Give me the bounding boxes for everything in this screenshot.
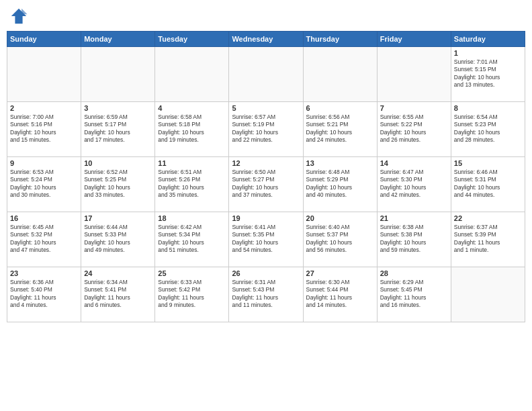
calendar-cell: [7, 47, 81, 102]
day-number: 2: [10, 104, 78, 112]
logo-icon: [9, 7, 28, 26]
calendar-cell: 3Sunrise: 6:59 AM Sunset: 5:17 PM Daylig…: [81, 102, 155, 157]
day-number: 3: [84, 104, 152, 112]
calendar-cell: 2Sunrise: 7:00 AM Sunset: 5:16 PM Daylig…: [7, 102, 81, 157]
day-info: Sunrise: 6:30 AM Sunset: 5:44 PM Dayligh…: [306, 279, 374, 310]
calendar-week-5: 23Sunrise: 6:36 AM Sunset: 5:40 PM Dayli…: [7, 267, 525, 322]
calendar-cell: 26Sunrise: 6:31 AM Sunset: 5:43 PM Dayli…: [229, 267, 303, 322]
weekday-header-monday: Monday: [81, 32, 155, 47]
calendar-cell: [81, 47, 155, 102]
day-info: Sunrise: 6:47 AM Sunset: 5:30 PM Dayligh…: [380, 169, 448, 199]
calendar-cell: 6Sunrise: 6:56 AM Sunset: 5:21 PM Daylig…: [303, 102, 377, 157]
weekday-row: SundayMondayTuesdayWednesdayThursdayFrid…: [7, 32, 525, 47]
calendar-cell: 19Sunrise: 6:41 AM Sunset: 5:35 PM Dayli…: [229, 212, 303, 267]
calendar-cell: 8Sunrise: 6:54 AM Sunset: 5:23 PM Daylig…: [451, 102, 525, 157]
day-info: Sunrise: 6:29 AM Sunset: 5:45 PM Dayligh…: [380, 279, 448, 310]
calendar-cell: 1Sunrise: 7:01 AM Sunset: 5:15 PM Daylig…: [451, 47, 525, 102]
day-number: 4: [158, 104, 226, 112]
calendar-cell: 7Sunrise: 6:55 AM Sunset: 5:22 PM Daylig…: [377, 102, 451, 157]
day-info: Sunrise: 6:42 AM Sunset: 5:34 PM Dayligh…: [158, 224, 226, 255]
day-number: 23: [10, 269, 78, 277]
calendar-cell: 5Sunrise: 6:57 AM Sunset: 5:19 PM Daylig…: [229, 102, 303, 157]
calendar-body: 1Sunrise: 7:01 AM Sunset: 5:15 PM Daylig…: [7, 47, 525, 322]
calendar-cell: 15Sunrise: 6:46 AM Sunset: 5:31 PM Dayli…: [451, 157, 525, 212]
day-number: 6: [306, 104, 374, 112]
calendar-cell: 4Sunrise: 6:58 AM Sunset: 5:18 PM Daylig…: [155, 102, 229, 157]
day-info: Sunrise: 6:46 AM Sunset: 5:31 PM Dayligh…: [454, 169, 522, 199]
calendar-cell: 13Sunrise: 6:48 AM Sunset: 5:29 PM Dayli…: [303, 157, 377, 212]
calendar-cell: 12Sunrise: 6:50 AM Sunset: 5:27 PM Dayli…: [229, 157, 303, 212]
day-number: 22: [454, 214, 522, 222]
day-number: 27: [306, 269, 374, 277]
day-number: 15: [454, 159, 522, 167]
day-info: Sunrise: 6:37 AM Sunset: 5:39 PM Dayligh…: [454, 224, 522, 255]
day-number: 21: [380, 214, 448, 222]
day-info: Sunrise: 7:00 AM Sunset: 5:16 PM Dayligh…: [10, 113, 78, 144]
day-number: 16: [10, 214, 78, 222]
weekday-header-wednesday: Wednesday: [229, 32, 303, 47]
day-info: Sunrise: 6:34 AM Sunset: 5:41 PM Dayligh…: [84, 279, 152, 310]
day-info: Sunrise: 6:45 AM Sunset: 5:32 PM Dayligh…: [10, 224, 78, 255]
day-info: Sunrise: 7:01 AM Sunset: 5:15 PM Dayligh…: [454, 58, 522, 89]
day-info: Sunrise: 6:54 AM Sunset: 5:23 PM Dayligh…: [454, 113, 522, 144]
logo: [9, 7, 31, 26]
day-info: Sunrise: 6:59 AM Sunset: 5:17 PM Dayligh…: [84, 113, 152, 144]
calendar-week-3: 9Sunrise: 6:53 AM Sunset: 5:24 PM Daylig…: [7, 157, 525, 212]
day-number: 8: [454, 104, 522, 112]
calendar-cell: 28Sunrise: 6:29 AM Sunset: 5:45 PM Dayli…: [377, 267, 451, 322]
calendar-cell: 10Sunrise: 6:52 AM Sunset: 5:25 PM Dayli…: [81, 157, 155, 212]
day-number: 17: [84, 214, 152, 222]
day-info: Sunrise: 6:36 AM Sunset: 5:40 PM Dayligh…: [10, 279, 78, 310]
day-info: Sunrise: 6:38 AM Sunset: 5:38 PM Dayligh…: [380, 224, 448, 255]
calendar-week-4: 16Sunrise: 6:45 AM Sunset: 5:32 PM Dayli…: [7, 212, 525, 267]
calendar-table: SundayMondayTuesdayWednesdayThursdayFrid…: [7, 31, 525, 322]
day-info: Sunrise: 6:31 AM Sunset: 5:43 PM Dayligh…: [232, 279, 300, 310]
calendar-header: SundayMondayTuesdayWednesdayThursdayFrid…: [7, 32, 525, 47]
day-info: Sunrise: 6:53 AM Sunset: 5:24 PM Dayligh…: [10, 169, 78, 199]
calendar-cell: 11Sunrise: 6:51 AM Sunset: 5:26 PM Dayli…: [155, 157, 229, 212]
page: SundayMondayTuesdayWednesdayThursdayFrid…: [0, 0, 532, 411]
header: [7, 7, 525, 26]
day-number: 7: [380, 104, 448, 112]
weekday-header-saturday: Saturday: [451, 32, 525, 47]
day-info: Sunrise: 6:44 AM Sunset: 5:33 PM Dayligh…: [84, 224, 152, 255]
calendar-cell: [451, 267, 525, 322]
day-info: Sunrise: 6:51 AM Sunset: 5:26 PM Dayligh…: [158, 169, 226, 199]
calendar-cell: 17Sunrise: 6:44 AM Sunset: 5:33 PM Dayli…: [81, 212, 155, 267]
calendar-week-2: 2Sunrise: 7:00 AM Sunset: 5:16 PM Daylig…: [7, 102, 525, 157]
day-number: 13: [306, 159, 374, 167]
calendar-cell: 27Sunrise: 6:30 AM Sunset: 5:44 PM Dayli…: [303, 267, 377, 322]
day-info: Sunrise: 6:41 AM Sunset: 5:35 PM Dayligh…: [232, 224, 300, 255]
day-number: 24: [84, 269, 152, 277]
calendar-cell: [303, 47, 377, 102]
weekday-header-sunday: Sunday: [7, 32, 81, 47]
calendar-cell: 9Sunrise: 6:53 AM Sunset: 5:24 PM Daylig…: [7, 157, 81, 212]
calendar-week-1: 1Sunrise: 7:01 AM Sunset: 5:15 PM Daylig…: [7, 47, 525, 102]
day-number: 25: [158, 269, 226, 277]
day-number: 18: [158, 214, 226, 222]
day-info: Sunrise: 6:52 AM Sunset: 5:25 PM Dayligh…: [84, 169, 152, 199]
calendar-cell: [229, 47, 303, 102]
day-number: 14: [380, 159, 448, 167]
day-number: 11: [158, 159, 226, 167]
day-number: 20: [306, 214, 374, 222]
calendar-cell: 21Sunrise: 6:38 AM Sunset: 5:38 PM Dayli…: [377, 212, 451, 267]
day-number: 9: [10, 159, 78, 167]
calendar-cell: 14Sunrise: 6:47 AM Sunset: 5:30 PM Dayli…: [377, 157, 451, 212]
calendar-cell: [155, 47, 229, 102]
weekday-header-friday: Friday: [377, 32, 451, 47]
svg-marker-0: [11, 9, 26, 24]
calendar-cell: 16Sunrise: 6:45 AM Sunset: 5:32 PM Dayli…: [7, 212, 81, 267]
calendar-cell: 22Sunrise: 6:37 AM Sunset: 5:39 PM Dayli…: [451, 212, 525, 267]
day-number: 19: [232, 214, 300, 222]
calendar-cell: 25Sunrise: 6:33 AM Sunset: 5:42 PM Dayli…: [155, 267, 229, 322]
day-number: 10: [84, 159, 152, 167]
weekday-header-thursday: Thursday: [303, 32, 377, 47]
weekday-header-tuesday: Tuesday: [155, 32, 229, 47]
day-number: 28: [380, 269, 448, 277]
day-number: 26: [232, 269, 300, 277]
day-info: Sunrise: 6:58 AM Sunset: 5:18 PM Dayligh…: [158, 113, 226, 144]
day-info: Sunrise: 6:33 AM Sunset: 5:42 PM Dayligh…: [158, 279, 226, 310]
day-info: Sunrise: 6:56 AM Sunset: 5:21 PM Dayligh…: [306, 113, 374, 144]
calendar-cell: 23Sunrise: 6:36 AM Sunset: 5:40 PM Dayli…: [7, 267, 81, 322]
